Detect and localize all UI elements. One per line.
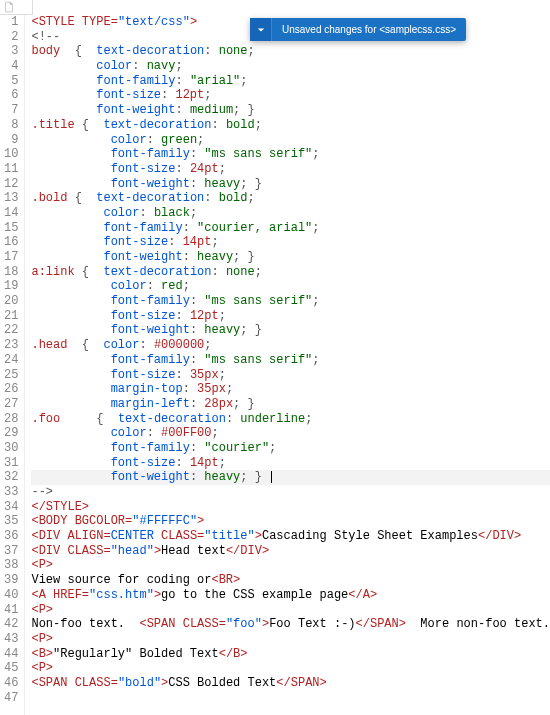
line-number: 30 [0,441,18,456]
line-number: 15 [0,221,18,236]
code-line[interactable]: font-weight: heavy; } [31,323,550,338]
line-number: 17 [0,250,18,265]
code-line[interactable]: margin-left: 28px; } [31,397,550,412]
code-line[interactable]: .title { text-decoration: bold; [31,118,550,133]
line-number: 39 [0,573,18,588]
line-number: 40 [0,588,18,603]
code-line[interactable]: margin-top: 35px; [31,382,550,397]
line-number: 42 [0,617,18,632]
code-area[interactable]: <STYLE TYPE="text/css"><!--body { text-d… [25,15,550,715]
line-number: 47 [0,691,18,706]
line-number: 8 [0,118,18,133]
line-number: 33 [0,485,18,500]
code-line[interactable]: .bold { text-decoration: bold; [31,191,550,206]
line-number: 29 [0,426,18,441]
line-number: 7 [0,103,18,118]
line-number: 41 [0,603,18,618]
line-number: 19 [0,279,18,294]
code-line[interactable]: <P> [31,558,550,573]
line-number: 46 [0,676,18,691]
line-number: 26 [0,382,18,397]
line-number-gutter: 1234567891011121314151617181920212223242… [0,15,25,715]
line-number: 2 [0,30,18,45]
line-number: 5 [0,74,18,89]
code-line[interactable]: <DIV ALIGN=CENTER CLASS="title">Cascadin… [31,529,550,544]
chevron-down-icon [257,26,265,34]
code-line[interactable]: font-weight: medium; } [31,103,550,118]
line-number: 13 [0,191,18,206]
line-number: 27 [0,397,18,412]
code-line[interactable]: font-family: "ms sans serif"; [31,147,550,162]
code-line[interactable]: font-weight: heavy; } [31,177,550,192]
code-line[interactable]: </STYLE> [31,500,550,515]
editor-corner [0,0,33,15]
code-line[interactable]: font-weight: heavy; } [31,250,550,265]
code-line[interactable]: .foo { text-decoration: underline; [31,412,550,427]
line-number: 21 [0,309,18,324]
code-line[interactable]: font-family: "ms sans serif"; [31,353,550,368]
line-number: 24 [0,353,18,368]
code-line[interactable]: font-family: "courier"; [31,441,550,456]
line-number: 44 [0,647,18,662]
code-line[interactable]: body { text-decoration: none; [31,44,550,59]
code-line[interactable]: <P> [31,632,550,647]
code-line[interactable]: <SPAN CLASS="bold">CSS Bolded Text</SPAN… [31,676,550,691]
document-icon [2,1,16,13]
line-number: 43 [0,632,18,647]
code-line[interactable]: font-size: 14pt; [31,235,550,250]
code-line[interactable]: <P> [31,603,550,618]
line-number: 36 [0,529,18,544]
code-line[interactable]: <BODY BGCOLOR="#FFFFFC"> [31,514,550,529]
line-number: 10 [0,147,18,162]
code-line[interactable]: font-size: 12pt; [31,309,550,324]
code-line[interactable]: <DIV CLASS="head">Head text</DIV> [31,544,550,559]
code-line[interactable]: <P> [31,661,550,676]
code-line[interactable]: font-size: 24pt; [31,162,550,177]
line-number: 11 [0,162,18,177]
line-number: 25 [0,368,18,383]
code-line[interactable]: font-weight: heavy; } [31,470,550,485]
line-number: 3 [0,44,18,59]
line-number: 4 [0,59,18,74]
code-editor[interactable]: 1234567891011121314151617181920212223242… [0,0,550,715]
line-number: 12 [0,177,18,192]
line-number: 45 [0,661,18,676]
line-number: 32 [0,470,18,485]
code-line[interactable]: font-size: 12pt; [31,88,550,103]
code-line[interactable]: <B>"Regularly" Bolded Text</B> [31,647,550,662]
code-line[interactable]: font-size: 35px; [31,368,550,383]
code-line[interactable]: .head { color: #000000; [31,338,550,353]
line-number: 16 [0,235,18,250]
code-line[interactable] [31,691,550,706]
code-line[interactable]: View source for coding or<BR> [31,573,550,588]
line-number: 38 [0,558,18,573]
line-number: 1 [0,15,18,30]
code-line[interactable]: color: navy; [31,59,550,74]
code-line[interactable]: font-family: "courier, arial"; [31,221,550,236]
code-line[interactable]: a:link { text-decoration: none; [31,265,550,280]
code-line[interactable]: color: red; [31,279,550,294]
code-line[interactable]: color: green; [31,133,550,148]
line-number: 34 [0,500,18,515]
unsaved-changes-notification: Unsaved changes for <samplecss.css> [250,18,466,41]
line-number: 23 [0,338,18,353]
line-number: 35 [0,514,18,529]
notification-message: Unsaved changes for <samplecss.css> [272,18,466,41]
code-line[interactable]: font-family: "arial"; [31,74,550,89]
code-line[interactable]: font-family: "ms sans serif"; [31,294,550,309]
line-number: 22 [0,323,18,338]
line-number: 20 [0,294,18,309]
notification-dropdown-button[interactable] [250,18,272,41]
line-number: 18 [0,265,18,280]
line-number: 9 [0,133,18,148]
code-line[interactable]: Non-foo text. <SPAN CLASS="foo">Foo Text… [31,617,550,632]
line-number: 31 [0,456,18,471]
code-line[interactable]: font-size: 14pt; [31,456,550,471]
code-line[interactable]: color: black; [31,206,550,221]
code-line[interactable]: color: #00FF00; [31,426,550,441]
line-number: 14 [0,206,18,221]
line-number: 28 [0,412,18,427]
code-line[interactable]: <A HREF="css.htm">go to the CSS example … [31,588,550,603]
code-line[interactable]: --> [31,485,550,500]
line-number: 6 [0,88,18,103]
